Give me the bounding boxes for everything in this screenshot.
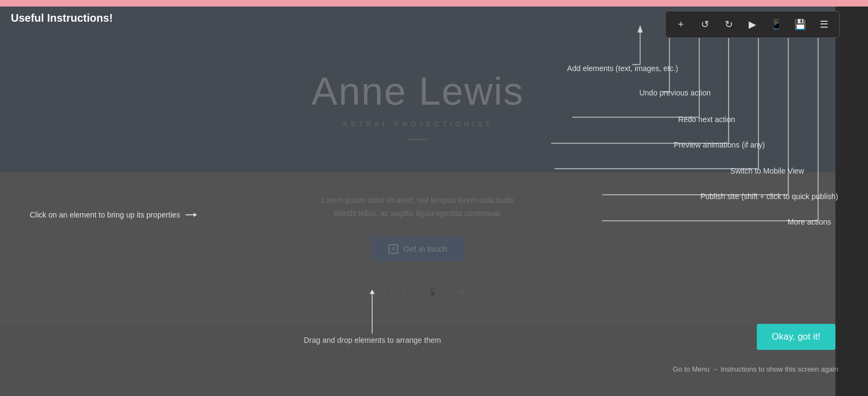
click-hint-arrow (186, 214, 196, 215)
drag-arrow-icon (372, 290, 373, 334)
preview-button[interactable]: ▶ (741, 14, 764, 35)
footer-note: Go to Menu → Instructions to show this s… (488, 365, 868, 373)
top-bar (0, 0, 868, 7)
more-annotation: More actions (788, 218, 831, 226)
click-hint-text: Click on an element to bring up its prop… (30, 210, 180, 219)
toolbar: + ↺ ↻ ▶ 📱 💾 ☰ (665, 11, 840, 38)
redo-button[interactable]: ↻ (717, 14, 741, 35)
more-actions-button[interactable]: ☰ (812, 14, 836, 35)
publish-annotation: Publish site (shift + click to quick pub… (700, 192, 838, 201)
preview-annotation: Preview animations (if any) (674, 140, 765, 149)
drag-hint: Drag and drop elements to arrange them (304, 290, 441, 344)
click-hint: Click on an element to bring up its prop… (30, 210, 196, 219)
undo-button[interactable]: ↺ (693, 14, 717, 35)
instructions-label: Useful Instructions! (11, 12, 113, 24)
undo-annotation: Undo previous action (639, 88, 711, 97)
okay-got-it-button[interactable]: Okay, got it! (757, 324, 835, 350)
right-strip (835, 0, 868, 396)
mobile-view-button[interactable]: 📱 (764, 14, 788, 35)
publish-button[interactable]: 💾 (788, 14, 812, 35)
redo-annotation: Redo next action (678, 115, 735, 124)
add-annotation: Add elements (text, images, etc.) (567, 64, 678, 73)
add-button[interactable]: + (669, 14, 693, 35)
drag-hint-text: Drag and drop elements to arrange them (304, 336, 441, 344)
mobile-annotation: Switch to Mobile View (730, 167, 804, 175)
